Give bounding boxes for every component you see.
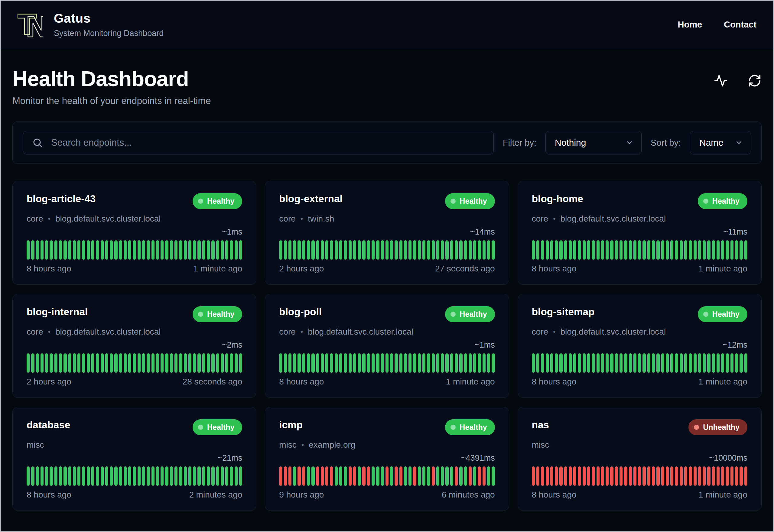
uptime-bar[interactable] bbox=[179, 240, 182, 260]
uptime-bar[interactable] bbox=[138, 466, 141, 486]
uptime-bar[interactable] bbox=[316, 353, 319, 373]
uptime-bar[interactable] bbox=[239, 240, 242, 260]
uptime-bar[interactable] bbox=[620, 240, 623, 260]
uptime-bar[interactable] bbox=[211, 353, 214, 373]
endpoint-card[interactable]: blog-external Healthy core • twin.sh ~14… bbox=[265, 181, 509, 285]
endpoint-card[interactable]: blog-article-43 Healthy core • blog.defa… bbox=[12, 181, 256, 285]
uptime-bar[interactable] bbox=[41, 466, 44, 486]
uptime-bar[interactable] bbox=[487, 240, 490, 260]
uptime-bar[interactable] bbox=[202, 353, 205, 373]
uptime-bar[interactable] bbox=[349, 240, 352, 260]
uptime-bar[interactable] bbox=[492, 240, 495, 260]
uptime-bar[interactable] bbox=[119, 240, 122, 260]
uptime-bar[interactable] bbox=[36, 466, 39, 486]
uptime-bar[interactable] bbox=[656, 240, 659, 260]
uptime-bar[interactable] bbox=[550, 240, 553, 260]
uptime-bar[interactable] bbox=[661, 240, 664, 260]
uptime-bar[interactable] bbox=[36, 353, 39, 373]
uptime-bar[interactable] bbox=[184, 240, 187, 260]
uptime-bar[interactable] bbox=[473, 353, 476, 373]
uptime-bar[interactable] bbox=[592, 353, 595, 373]
uptime-bar[interactable] bbox=[675, 240, 678, 260]
uptime-bar[interactable] bbox=[96, 240, 99, 260]
uptime-bar[interactable] bbox=[124, 466, 127, 486]
uptime-bar[interactable] bbox=[367, 240, 370, 260]
uptime-bar[interactable] bbox=[68, 466, 71, 486]
uptime-bar[interactable] bbox=[694, 353, 697, 373]
uptime-bar[interactable] bbox=[216, 466, 219, 486]
uptime-bar[interactable] bbox=[450, 240, 453, 260]
uptime-bar[interactable] bbox=[110, 240, 113, 260]
uptime-bar[interactable] bbox=[105, 240, 108, 260]
uptime-bar[interactable] bbox=[128, 353, 131, 373]
uptime-bar[interactable] bbox=[689, 466, 692, 486]
uptime-bar[interactable] bbox=[27, 353, 30, 373]
uptime-bar[interactable] bbox=[110, 353, 113, 373]
uptime-bar[interactable] bbox=[325, 466, 328, 486]
uptime-bar[interactable] bbox=[381, 240, 384, 260]
uptime-bar[interactable] bbox=[174, 466, 177, 486]
uptime-bar[interactable] bbox=[221, 240, 224, 260]
uptime-bar[interactable] bbox=[555, 240, 558, 260]
refresh-icon[interactable] bbox=[748, 74, 762, 88]
uptime-bar[interactable] bbox=[564, 240, 567, 260]
uptime-bar[interactable] bbox=[459, 353, 462, 373]
uptime-bar[interactable] bbox=[592, 466, 595, 486]
uptime-bar[interactable] bbox=[670, 240, 673, 260]
uptime-bar[interactable] bbox=[583, 240, 586, 260]
uptime-bar[interactable] bbox=[684, 240, 687, 260]
uptime-bar[interactable] bbox=[63, 240, 67, 260]
uptime-bar[interactable] bbox=[77, 466, 80, 486]
uptime-bar[interactable] bbox=[555, 353, 558, 373]
uptime-bar[interactable] bbox=[633, 240, 636, 260]
uptime-bar[interactable] bbox=[188, 353, 191, 373]
uptime-bar[interactable] bbox=[583, 466, 586, 486]
uptime-bar[interactable] bbox=[638, 466, 641, 486]
uptime-bar[interactable] bbox=[288, 353, 291, 373]
uptime-bar[interactable] bbox=[184, 466, 187, 486]
uptime-bar[interactable] bbox=[156, 240, 159, 260]
uptime-bar[interactable] bbox=[680, 240, 683, 260]
uptime-bar[interactable] bbox=[307, 240, 310, 260]
uptime-bar[interactable] bbox=[436, 240, 439, 260]
uptime-bar[interactable] bbox=[569, 466, 572, 486]
uptime-bar[interactable] bbox=[59, 353, 62, 373]
uptime-bar[interactable] bbox=[128, 466, 131, 486]
uptime-bar[interactable] bbox=[110, 466, 113, 486]
uptime-bar[interactable] bbox=[399, 466, 402, 486]
uptime-bar[interactable] bbox=[680, 466, 683, 486]
uptime-bar[interactable] bbox=[284, 240, 287, 260]
uptime-bar[interactable] bbox=[91, 240, 94, 260]
uptime-bar[interactable] bbox=[339, 466, 342, 486]
uptime-bar[interactable] bbox=[302, 240, 305, 260]
uptime-bar[interactable] bbox=[87, 466, 90, 486]
uptime-bar[interactable] bbox=[82, 240, 85, 260]
uptime-bar[interactable] bbox=[578, 240, 581, 260]
uptime-bar[interactable] bbox=[114, 353, 117, 373]
uptime-bar[interactable] bbox=[27, 240, 30, 260]
uptime-bar[interactable] bbox=[573, 240, 576, 260]
uptime-bar[interactable] bbox=[740, 353, 743, 373]
uptime-bar[interactable] bbox=[610, 466, 613, 486]
uptime-bar[interactable] bbox=[666, 466, 669, 486]
uptime-bar[interactable] bbox=[165, 353, 168, 373]
uptime-bar[interactable] bbox=[133, 353, 136, 373]
uptime-bar[interactable] bbox=[114, 240, 117, 260]
uptime-bar[interactable] bbox=[142, 466, 145, 486]
uptime-bar[interactable] bbox=[147, 240, 150, 260]
uptime-bar[interactable] bbox=[298, 240, 301, 260]
uptime-bar[interactable] bbox=[161, 466, 164, 486]
uptime-bar[interactable] bbox=[101, 466, 104, 486]
uptime-bar[interactable] bbox=[311, 240, 314, 260]
uptime-bar[interactable] bbox=[124, 353, 127, 373]
uptime-bar[interactable] bbox=[647, 240, 650, 260]
uptime-bar[interactable] bbox=[469, 353, 472, 373]
uptime-bar[interactable] bbox=[239, 353, 242, 373]
uptime-bar[interactable] bbox=[235, 240, 238, 260]
uptime-bar[interactable] bbox=[735, 466, 738, 486]
uptime-bar[interactable] bbox=[216, 353, 219, 373]
uptime-bar[interactable] bbox=[307, 353, 310, 373]
uptime-bar[interactable] bbox=[592, 240, 595, 260]
uptime-bar[interactable] bbox=[492, 466, 495, 486]
uptime-bar[interactable] bbox=[483, 240, 486, 260]
